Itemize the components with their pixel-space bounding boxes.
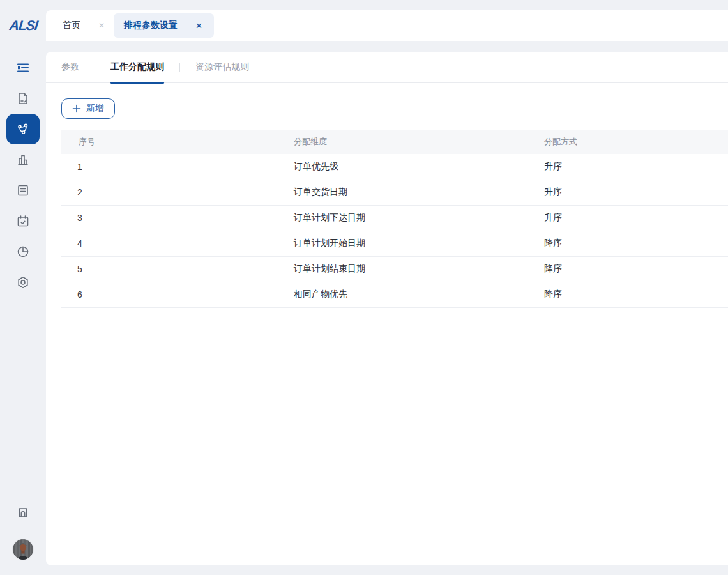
door-exit-icon: [16, 505, 30, 522]
table-row[interactable]: 6相同产物优先降序: [61, 282, 728, 307]
window-tab-label: 首页: [59, 20, 84, 31]
tab-label: 资源评估规则: [195, 61, 249, 73]
window-tab-label: 排程参数设置: [124, 20, 178, 31]
cell-dimension: 订单交货日期: [294, 180, 544, 205]
bar-chart-icon: [15, 152, 31, 167]
column-header-method: 分配方式: [544, 130, 728, 154]
cell-no: 4: [61, 231, 294, 256]
cell-dimension: 订单计划结束日期: [294, 256, 544, 282]
app-logo: ALSI: [4, 17, 43, 34]
exit-door-button[interactable]: [11, 502, 34, 525]
calendar-check-icon: [15, 213, 31, 229]
tab-label: 参数: [61, 61, 79, 73]
cell-dimension: 相同产物优先: [294, 282, 544, 307]
cell-dimension: 订单优先级: [294, 154, 544, 180]
table-row[interactable]: 3订单计划下达日期升序: [61, 205, 728, 231]
sidebar-item-settings[interactable]: [6, 267, 40, 298]
table-row[interactable]: 2订单交货日期升序: [61, 180, 728, 205]
cell-no: 3: [61, 205, 294, 231]
table-body: 1订单优先级升序2订单交货日期升序3订单计划下达日期升序4订单计划开始日期降序5…: [61, 154, 728, 307]
network-icon: [15, 121, 31, 137]
cell-no: 6: [61, 282, 294, 307]
tab-divider: [95, 63, 95, 72]
sidebar-nav: [0, 52, 46, 298]
sidebar-item-documents[interactable]: [6, 83, 40, 114]
table-row[interactable]: 4订单计划开始日期降序: [61, 231, 728, 256]
column-header-dimension: 分配维度: [294, 130, 544, 154]
cell-method: 降序: [544, 256, 728, 282]
cell-method: 升序: [544, 180, 728, 205]
add-button[interactable]: 新增: [61, 98, 115, 119]
close-icon[interactable]: ✕: [193, 20, 205, 32]
cell-no: 1: [61, 154, 294, 180]
pie-chart-icon: [15, 244, 31, 259]
sidebar-divider: [6, 493, 40, 493]
sidebar: ALSI: [0, 0, 46, 575]
tab-label: 工作分配规则: [110, 61, 164, 73]
tab-resource-evaluation-rules[interactable]: 资源评估规则: [195, 52, 249, 83]
table-row[interactable]: 1订单优先级升序: [61, 154, 728, 180]
column-header-no: 序号: [61, 130, 294, 154]
clipboard-icon: [15, 183, 31, 198]
window-tab-home[interactable]: 首页 ✕: [59, 20, 107, 31]
rules-table: 序号 分配维度 分配方式 1订单优先级升序2订单交货日期升序3订单计划下达日期升…: [61, 130, 728, 308]
plus-icon: [72, 104, 81, 113]
sidebar-item-reports[interactable]: [6, 175, 40, 206]
tab-work-allocation-rules[interactable]: 工作分配规则: [110, 52, 164, 83]
cell-method: 升序: [544, 154, 728, 180]
cell-no: 5: [61, 256, 294, 282]
sidebar-item-scheduling[interactable]: [6, 114, 40, 144]
window-tab-bar: 首页 ✕ 排程参数设置 ✕: [46, 10, 728, 41]
table-row[interactable]: 5订单计划结束日期降序: [61, 256, 728, 282]
gear-icon: [15, 275, 31, 290]
section-tabs: 参数 工作分配规则 资源评估规则: [46, 52, 728, 83]
menu-collapse-icon: [15, 60, 31, 75]
add-button-label: 新增: [86, 103, 104, 114]
cell-method: 降序: [544, 231, 728, 256]
sidebar-item-collapse[interactable]: [6, 52, 40, 83]
main-panel: 参数 工作分配规则 资源评估规则 新增 序号 分配维度: [46, 52, 728, 565]
tab-parameters[interactable]: 参数: [61, 52, 79, 83]
cell-dimension: 订单计划下达日期: [294, 205, 544, 231]
cell-method: 升序: [544, 205, 728, 231]
window-tab-scheduling-params[interactable]: 排程参数设置 ✕: [114, 13, 214, 38]
close-icon[interactable]: ✕: [96, 20, 107, 31]
cell-method: 降序: [544, 282, 728, 307]
sidebar-item-plan-calendar[interactable]: [6, 206, 40, 236]
table-header-row: 序号 分配维度 分配方式: [61, 130, 728, 154]
toolbar: 新增: [46, 83, 728, 119]
sidebar-bottom: [0, 493, 46, 575]
cell-no: 2: [61, 180, 294, 205]
tab-divider: [179, 63, 180, 72]
document-icon: [15, 91, 31, 106]
sidebar-item-analytics[interactable]: [6, 236, 40, 267]
user-avatar[interactable]: [13, 539, 33, 560]
cell-dimension: 订单计划开始日期: [294, 231, 544, 256]
sidebar-item-charts[interactable]: [6, 144, 40, 175]
